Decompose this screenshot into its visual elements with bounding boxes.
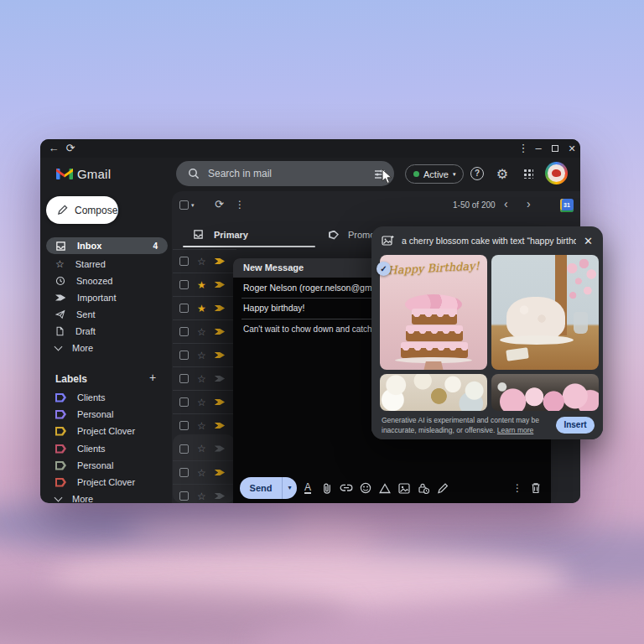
important-icon[interactable] xyxy=(215,469,226,477)
mail-row[interactable] xyxy=(173,343,236,366)
older-page-icon[interactable]: › xyxy=(527,197,531,210)
star-icon[interactable] xyxy=(197,351,206,361)
insert-button[interactable]: Insert xyxy=(556,417,595,434)
sidebar-item-inbox[interactable]: Inbox 4 xyxy=(46,237,168,254)
apps-grid-icon[interactable] xyxy=(519,164,538,183)
mail-row[interactable] xyxy=(173,413,236,437)
sidebar-label-item[interactable]: Personal xyxy=(46,457,168,474)
important-icon[interactable] xyxy=(215,281,226,289)
mail-row[interactable] xyxy=(173,437,236,460)
insert-photo-icon[interactable] xyxy=(397,480,412,496)
star-icon[interactable] xyxy=(197,374,206,384)
mail-row[interactable] xyxy=(173,296,236,319)
maximize-icon[interactable] xyxy=(548,142,562,155)
mail-row[interactable] xyxy=(173,273,236,296)
sidebar-item-draft[interactable]: Draft xyxy=(46,323,168,340)
star-icon[interactable] xyxy=(197,444,206,454)
row-checkbox[interactable] xyxy=(179,327,189,336)
minimize-icon[interactable]: – xyxy=(532,142,545,155)
important-icon[interactable] xyxy=(215,304,226,313)
learn-more-link[interactable]: Learn more xyxy=(497,426,533,434)
star-icon[interactable] xyxy=(197,468,206,478)
generated-image-3[interactable] xyxy=(380,374,487,411)
important-icon[interactable] xyxy=(215,444,226,453)
selected-check-icon[interactable]: ✓ xyxy=(377,262,391,276)
formatting-options-icon[interactable]: A xyxy=(300,480,315,496)
row-checkbox[interactable] xyxy=(179,444,189,454)
refresh-list-icon[interactable]: ⟳ xyxy=(215,198,224,210)
insert-emoji-icon[interactable] xyxy=(358,480,373,496)
sidebar-label-item[interactable]: Personal xyxy=(46,406,168,423)
sidebar-labels-more[interactable]: More xyxy=(46,491,168,503)
generated-image-2[interactable] xyxy=(491,255,599,370)
important-icon[interactable] xyxy=(215,257,226,266)
row-checkbox[interactable] xyxy=(179,491,189,501)
active-status-chip[interactable]: Active ▾ xyxy=(405,164,464,184)
important-icon[interactable] xyxy=(215,398,226,407)
sidebar-label-item[interactable]: Clients xyxy=(46,440,168,457)
browser-menu-icon[interactable]: ⋮ xyxy=(517,142,530,155)
tab-primary[interactable]: Primary xyxy=(193,229,248,240)
send-label[interactable]: Send xyxy=(240,477,282,499)
mail-row[interactable] xyxy=(173,249,236,273)
star-icon[interactable] xyxy=(197,421,206,431)
important-icon[interactable] xyxy=(215,328,226,336)
calendar-sidepanel-icon[interactable]: 31 xyxy=(560,199,574,212)
row-checkbox[interactable] xyxy=(179,421,189,430)
row-checkbox[interactable] xyxy=(179,304,189,313)
sidebar-label-item[interactable]: Clients xyxy=(46,389,168,406)
popup-close-icon[interactable]: ✕ xyxy=(584,235,593,247)
star-icon[interactable] xyxy=(197,397,206,408)
newer-page-icon[interactable]: ‹ xyxy=(504,197,508,210)
sidebar-label-item[interactable]: Project Clover xyxy=(46,423,168,439)
refresh-icon[interactable]: ⟳ xyxy=(64,142,77,155)
insert-link-icon[interactable] xyxy=(339,480,354,496)
discard-draft-icon[interactable] xyxy=(528,480,543,496)
send-options-arrow-icon[interactable]: ▾ xyxy=(282,477,297,499)
confidential-mode-icon[interactable] xyxy=(416,480,431,496)
sidebar-item-snoozed[interactable]: Snoozed xyxy=(46,273,168,289)
help-icon[interactable]: ? xyxy=(468,164,486,183)
star-icon[interactable] xyxy=(197,491,206,501)
add-label-plus-icon[interactable]: + xyxy=(149,371,156,384)
select-all-checkbox[interactable]: ▾ xyxy=(179,200,195,210)
generated-image-1[interactable]: Happy Birthday! xyxy=(380,255,487,370)
generated-image-4[interactable] xyxy=(491,374,599,411)
row-checkbox[interactable] xyxy=(179,351,189,360)
sidebar-item-more[interactable]: More xyxy=(46,340,168,356)
back-icon[interactable]: ← xyxy=(47,142,60,155)
row-checkbox[interactable] xyxy=(179,397,189,407)
row-checkbox[interactable] xyxy=(179,374,189,383)
mail-row[interactable] xyxy=(173,319,236,343)
row-checkbox[interactable] xyxy=(179,257,189,266)
close-icon[interactable]: ✕ xyxy=(565,142,579,155)
row-checkbox[interactable] xyxy=(179,280,189,289)
star-icon[interactable] xyxy=(197,304,206,314)
important-icon[interactable] xyxy=(215,375,226,383)
sidebar-item-sent[interactable]: Sent xyxy=(46,306,168,323)
mail-row[interactable] xyxy=(173,390,236,413)
mail-row[interactable] xyxy=(173,484,236,503)
signature-pen-icon[interactable] xyxy=(435,480,450,496)
sidebar-label-item[interactable]: Project Clover xyxy=(46,474,168,491)
send-button[interactable]: Send ▾ xyxy=(240,477,297,499)
sidebar-item-important[interactable]: Important xyxy=(46,289,168,306)
settings-gear-icon[interactable]: ⚙ xyxy=(493,164,512,183)
search-input[interactable]: Search in mail xyxy=(176,161,394,186)
sidebar-item-starred[interactable]: ☆ Starred xyxy=(46,256,168,273)
more-options-icon[interactable]: ⋮ xyxy=(235,199,245,210)
star-icon[interactable] xyxy=(197,280,206,290)
important-icon[interactable] xyxy=(215,492,226,501)
row-checkbox[interactable] xyxy=(179,468,189,477)
star-icon[interactable] xyxy=(197,257,206,267)
compose-more-icon[interactable]: ⋮ xyxy=(510,480,525,496)
important-icon[interactable] xyxy=(215,422,226,430)
mail-row[interactable] xyxy=(173,366,236,390)
profile-avatar[interactable] xyxy=(545,162,568,184)
mail-row[interactable] xyxy=(173,460,236,484)
attach-file-icon[interactable] xyxy=(319,480,335,496)
star-icon[interactable] xyxy=(197,327,206,337)
insert-drive-icon[interactable] xyxy=(377,480,392,496)
important-icon[interactable] xyxy=(215,351,226,360)
compose-button[interactable]: Compose xyxy=(46,196,118,224)
